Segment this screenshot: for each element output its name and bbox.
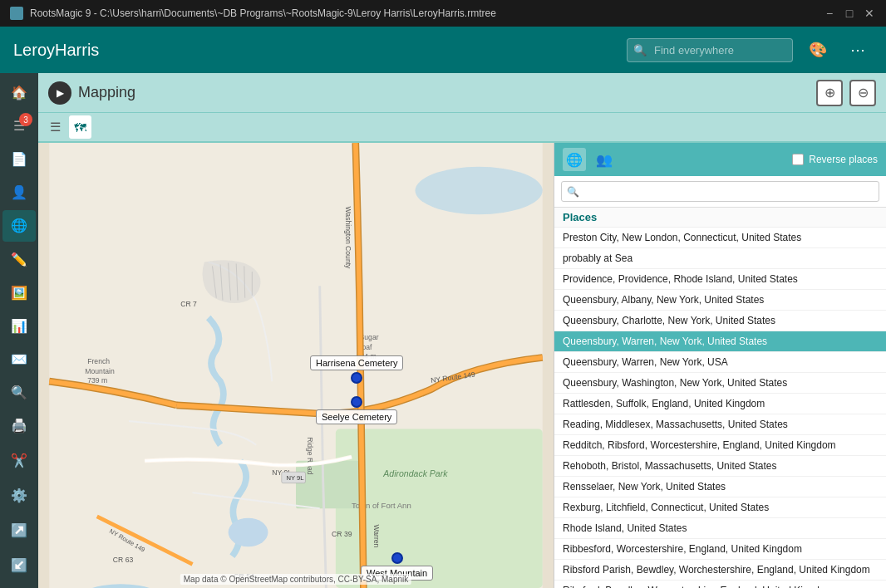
svg-text:Ridge Road: Ridge Road bbox=[306, 437, 314, 475]
svg-text:NY 9L: NY 9L bbox=[287, 474, 304, 482]
map-area[interactable]: Adirondack Park Town of Fort Ann French … bbox=[38, 143, 554, 588]
mapping-header-right: ⊕ ⊖ bbox=[816, 80, 876, 106]
sidebar-item-search[interactable]: 🔍 bbox=[2, 377, 36, 409]
marker-harrisena-label: Harrisena Cemetery bbox=[310, 355, 403, 370]
place-item[interactable]: Queensbury, Albany, New York, United Sta… bbox=[554, 290, 886, 311]
reverse-places-label: Reverse places bbox=[809, 154, 878, 165]
svg-text:Mountain: Mountain bbox=[85, 367, 115, 375]
map-canvas: Adirondack Park Town of Fort Ann French … bbox=[38, 143, 554, 588]
reverse-places-checkbox[interactable]: Reverse places bbox=[792, 154, 878, 165]
place-item[interactable]: Queensbury, Warren, New York, United Sta… bbox=[554, 331, 886, 352]
globe-panel-button[interactable]: 🌐 bbox=[563, 148, 586, 171]
sidebar-item-tools[interactable]: ✂️ bbox=[2, 443, 36, 477]
content-area: ▶ Mapping ⊕ ⊖ ☰ 🗺 bbox=[38, 73, 886, 588]
map-right-split: Adirondack Park Town of Fort Ann French … bbox=[38, 143, 886, 588]
mapping-header-left: ▶ Mapping bbox=[48, 81, 135, 105]
place-item[interactable]: Rhode Island, United States bbox=[554, 518, 886, 539]
svg-rect-6 bbox=[296, 461, 360, 508]
sidebar-item-import[interactable]: ↙️ bbox=[2, 548, 36, 581]
map-attribution: Map data © OpenStreetMap contributors, C… bbox=[180, 574, 411, 585]
places-list[interactable]: Preston City, New London, Connecticut, U… bbox=[554, 228, 886, 588]
sidebar-item-document[interactable]: 📄 bbox=[2, 143, 36, 174]
right-panel-header: 🌐 👥 Reverse places bbox=[554, 143, 886, 176]
more-menu-button[interactable]: ⋯ bbox=[843, 35, 873, 65]
maximize-button[interactable]: □ bbox=[843, 7, 856, 20]
places-header: Places bbox=[554, 208, 886, 228]
place-item[interactable]: Queensbury, Warren, New York, USA bbox=[554, 352, 886, 373]
marker-seelye-label: Seelye Cemetery bbox=[316, 409, 397, 424]
header-right: 🔍 🎨 ⋯ bbox=[627, 35, 873, 65]
place-item[interactable]: Queensbury, Washington, New York, United… bbox=[554, 373, 886, 394]
place-item[interactable]: Preston City, New London, Connecticut, U… bbox=[554, 228, 886, 248]
svg-text:739 m: 739 m bbox=[87, 376, 107, 385]
place-item[interactable]: Ribbesford, Worcestershire, England, Uni… bbox=[554, 539, 886, 560]
svg-text:CR 39: CR 39 bbox=[332, 530, 352, 538]
sidebar-item-sync[interactable]: ↗️ bbox=[2, 513, 36, 546]
title-bar-controls: − □ ✕ bbox=[823, 7, 876, 20]
place-item[interactable]: Queensbury, Charlotte, New York, United … bbox=[554, 311, 886, 331]
place-item[interactable]: Ribsford, Bewdley, Worcestershire, Engla… bbox=[554, 581, 886, 588]
place-item[interactable]: Providence, Providence, Rhode Island, Un… bbox=[554, 269, 886, 290]
zoom-out-button[interactable]: ⊖ bbox=[849, 80, 876, 106]
sidebar-item-report[interactable]: 📊 bbox=[2, 310, 36, 341]
sidebar-item-globe[interactable]: 🌐 bbox=[2, 210, 36, 242]
app-header: LeroyHarris 🔍 🎨 ⋯ bbox=[0, 27, 886, 73]
sidebar-item-list[interactable]: ☰ 3 bbox=[2, 110, 36, 141]
sidebar-item-person[interactable]: 👤 bbox=[2, 177, 36, 208]
svg-text:CR 63: CR 63 bbox=[113, 556, 134, 564]
checkbox-box[interactable] bbox=[792, 154, 804, 165]
close-button[interactable]: ✕ bbox=[863, 7, 876, 20]
global-search-input[interactable] bbox=[627, 38, 793, 62]
app-title: LeroyHarris bbox=[13, 41, 99, 60]
right-panel: 🌐 👥 Reverse places Places bbox=[554, 143, 886, 588]
sidebar-item-print[interactable]: 🖨️ bbox=[2, 410, 36, 442]
app-icon bbox=[10, 7, 23, 20]
title-bar-text: RootsMagic 9 - C:\Users\harri\Documents\… bbox=[30, 7, 496, 19]
tabs-row: ☰ 🗺 bbox=[38, 113, 886, 143]
svg-text:Washington County: Washington County bbox=[344, 207, 352, 270]
tab-list[interactable]: ☰ bbox=[45, 115, 66, 139]
color-wheel-button[interactable]: 🎨 bbox=[803, 35, 833, 65]
svg-text:French: French bbox=[87, 357, 110, 365]
svg-text:Adirondack Park: Adirondack Park bbox=[382, 468, 448, 478]
panel-search-wrapper bbox=[561, 181, 879, 202]
sidebar-item-media[interactable]: 🖼️ bbox=[2, 277, 36, 308]
marker-harrisena[interactable]: Harrisena Cemetery bbox=[310, 355, 403, 384]
marker-seelye-dot bbox=[351, 396, 362, 408]
marker-westmtn-dot bbox=[391, 552, 403, 564]
place-item[interactable]: probably at Sea bbox=[554, 248, 886, 269]
tab-map[interactable]: 🗺 bbox=[69, 115, 91, 139]
mapping-title: Mapping bbox=[78, 84, 135, 101]
global-search-wrapper: 🔍 bbox=[627, 38, 793, 62]
sidebar-item-edit[interactable]: ✏️ bbox=[2, 243, 36, 275]
people-panel-button[interactable]: 👥 bbox=[593, 148, 616, 171]
svg-point-3 bbox=[229, 518, 268, 546]
panel-search bbox=[554, 176, 886, 208]
svg-point-1 bbox=[416, 167, 543, 214]
place-item[interactable]: Rehoboth, Bristol, Massachusetts, United… bbox=[554, 456, 886, 477]
list-badge: 3 bbox=[19, 113, 32, 126]
title-bar-left: RootsMagic 9 - C:\Users\harri\Documents\… bbox=[10, 7, 496, 20]
sidebar-item-publish[interactable]: ✉️ bbox=[2, 344, 36, 375]
zoom-in-button[interactable]: ⊕ bbox=[816, 80, 843, 106]
sidebar-item-home[interactable]: 🏠 bbox=[2, 76, 36, 108]
sidebar-bottom: ✂️ ⚙️ ↗️ ↙️ bbox=[2, 443, 36, 588]
play-button[interactable]: ▶ bbox=[48, 81, 71, 105]
minimize-button[interactable]: − bbox=[823, 7, 836, 20]
sidebar: 🏠 ☰ 3 📄 👤 🌐 ✏️ 🖼️ 📊 ✉️ 🔍 🖨️ ✂️ ⚙️ ↗️ ↙️ bbox=[0, 73, 38, 588]
marker-harrisena-dot bbox=[351, 372, 362, 384]
places-search-input[interactable] bbox=[561, 181, 879, 202]
place-item[interactable]: Rattlesden, Suffolk, England, United Kin… bbox=[554, 394, 886, 414]
sidebar-item-settings[interactable]: ⚙️ bbox=[2, 478, 36, 512]
svg-text:Warren: Warren bbox=[372, 524, 381, 547]
search-icon: 🔍 bbox=[633, 44, 647, 56]
mapping-header: ▶ Mapping ⊕ ⊖ bbox=[38, 73, 886, 113]
svg-text:CR 7: CR 7 bbox=[180, 300, 197, 308]
main-layout: 🏠 ☰ 3 📄 👤 🌐 ✏️ 🖼️ 📊 ✉️ 🔍 🖨️ ✂️ ⚙️ ↗️ ↙️ … bbox=[0, 73, 886, 588]
place-item[interactable]: Rexburg, Litchfield, Connecticut, United… bbox=[554, 497, 886, 518]
place-item[interactable]: Reading, Middlesex, Massachusetts, Unite… bbox=[554, 414, 886, 435]
place-item[interactable]: Rensselaer, New York, United States bbox=[554, 477, 886, 497]
marker-seelye[interactable]: Seelye Cemetery bbox=[316, 396, 397, 424]
place-item[interactable]: Ribsford Parish, Bewdley, Worchestershir… bbox=[554, 560, 886, 581]
place-item[interactable]: Redditch, Ribsford, Worcestershire, Engl… bbox=[554, 435, 886, 456]
